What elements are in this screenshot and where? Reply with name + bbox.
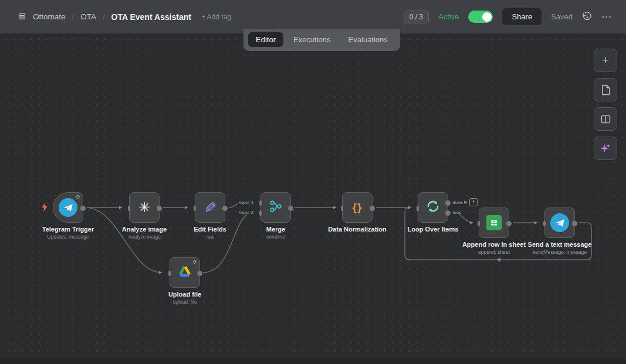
active-toggle[interactable] xyxy=(468,11,493,23)
input-port[interactable] xyxy=(194,206,196,211)
node-subtitle: Updates: message xyxy=(33,234,103,240)
node-subtitle: combine xyxy=(241,234,311,240)
node-edit-fields[interactable]: ✎ Edit Fields raw xyxy=(195,192,225,223)
node-data-normalization[interactable]: {} Data Normalization xyxy=(342,192,373,223)
node-subtitle: upload: file xyxy=(150,299,220,305)
tab-editor[interactable]: Editor xyxy=(248,32,283,47)
pencil-icon: ✎ xyxy=(204,200,216,215)
google-sheets-icon xyxy=(486,215,502,230)
output-port[interactable] xyxy=(288,206,293,211)
top-bar: Ottomate / OTA / OTA Event Assistant + A… xyxy=(0,0,626,33)
input-port[interactable] xyxy=(128,206,130,211)
tab-executions[interactable]: Executions xyxy=(286,32,339,47)
tab-evaluations[interactable]: Evaluations xyxy=(341,32,395,47)
input-port[interactable] xyxy=(168,271,171,276)
sticky-note-icon[interactable] xyxy=(594,78,617,101)
output-port-loop[interactable] xyxy=(445,210,451,216)
add-tag-button[interactable]: + Add tag xyxy=(201,13,231,21)
wire-label-loop: loop xyxy=(451,210,462,215)
wire-label-input2: Input 2 xyxy=(238,210,255,215)
toggle-knob xyxy=(482,12,492,22)
telegram-icon xyxy=(59,198,77,217)
node-telegram-trigger[interactable]: ⟳ Telegram Trigger Updates: message xyxy=(53,192,83,223)
merge-icon xyxy=(269,199,283,216)
node-update-badge-icon: ⟳ xyxy=(192,259,197,265)
input-port-2[interactable] xyxy=(259,210,262,216)
project-stack-icon xyxy=(18,12,26,21)
wire-label-input1: Input 1 xyxy=(238,200,255,205)
ai-assistant-sparkle-icon[interactable] xyxy=(594,137,617,160)
node-subtitle: Analyze image xyxy=(109,234,180,240)
trigger-lightning-icon xyxy=(41,203,48,214)
node-title: Send a text message xyxy=(525,241,595,248)
node-send-text-message[interactable]: Send a text message sendMessage: message xyxy=(544,207,575,238)
loop-icon xyxy=(425,199,441,216)
node-title: Merge xyxy=(241,226,311,233)
output-port[interactable] xyxy=(506,221,512,226)
node-append-row-in-sheet[interactable]: Append row in sheet append: sheet xyxy=(479,207,509,238)
panel-layout-icon[interactable] xyxy=(594,107,617,131)
breadcrumb-separator: / xyxy=(72,12,75,21)
node-title: Data Normalization xyxy=(322,226,392,233)
execution-counter-badge: 0 / 3 xyxy=(404,11,429,23)
workflow-title[interactable]: OTA Event Assistant xyxy=(111,12,191,22)
more-options-icon[interactable]: ⋯ xyxy=(601,11,612,23)
output-port[interactable] xyxy=(80,206,86,211)
node-update-badge-icon: ⟳ xyxy=(76,194,80,200)
node-title: Upload file xyxy=(150,291,220,298)
node-title: Loop Over Items xyxy=(398,226,468,233)
wire-label-done: done xyxy=(451,200,464,205)
output-port[interactable] xyxy=(572,221,577,226)
breadcrumb-separator: / xyxy=(103,12,105,21)
node-subtitle: append: sheet xyxy=(459,249,529,255)
breadcrumb: Ottomate / OTA / OTA Event Assistant + A… xyxy=(18,12,231,22)
connection-wires xyxy=(0,0,626,364)
breadcrumb-folder[interactable]: OTA xyxy=(80,12,96,21)
node-title: Edit Fields xyxy=(175,226,245,233)
input-port[interactable] xyxy=(341,206,343,211)
node-subtitle: sendMessage: message xyxy=(525,249,595,255)
share-button[interactable]: Share xyxy=(502,8,542,25)
node-loop-over-items[interactable]: Loop Over Items xyxy=(418,192,448,223)
input-port[interactable] xyxy=(478,221,480,226)
active-status-label: Active xyxy=(438,12,459,21)
google-drive-icon xyxy=(178,265,192,280)
node-title: Telegram Trigger xyxy=(33,226,103,233)
openai-icon: ✳ xyxy=(138,200,150,215)
breadcrumb-project[interactable]: Ottomate xyxy=(33,12,66,21)
node-upload-file[interactable]: ⟳ Upload file upload: file xyxy=(170,257,200,288)
node-merge[interactable]: Merge combine xyxy=(260,192,291,223)
curly-braces-icon: {} xyxy=(353,201,363,214)
output-port[interactable] xyxy=(157,206,162,211)
view-tabs: Editor Executions Evaluations xyxy=(243,29,400,51)
add-node-plus-box[interactable]: + xyxy=(469,198,478,206)
input-port-1[interactable] xyxy=(259,200,262,206)
saved-status: Saved xyxy=(551,12,573,21)
input-port[interactable] xyxy=(417,206,419,211)
n8n-workflow-editor: Input 1 Input 2 done loop + Ottomate / O… xyxy=(0,0,626,364)
output-port[interactable] xyxy=(370,206,375,211)
node-title: Append row in sheet xyxy=(459,241,529,248)
output-port[interactable] xyxy=(222,206,228,211)
node-subtitle: raw xyxy=(175,234,245,240)
output-port[interactable] xyxy=(197,271,202,276)
node-analyze-image[interactable]: ✳ Analyze image Analyze image xyxy=(129,192,160,223)
add-node-button[interactable]: + xyxy=(594,49,617,72)
output-port-done[interactable] xyxy=(445,200,451,206)
input-port[interactable] xyxy=(543,221,546,226)
node-title: Analyze image xyxy=(109,226,180,233)
workflow-history-icon[interactable] xyxy=(582,12,592,22)
telegram-icon xyxy=(550,213,569,232)
